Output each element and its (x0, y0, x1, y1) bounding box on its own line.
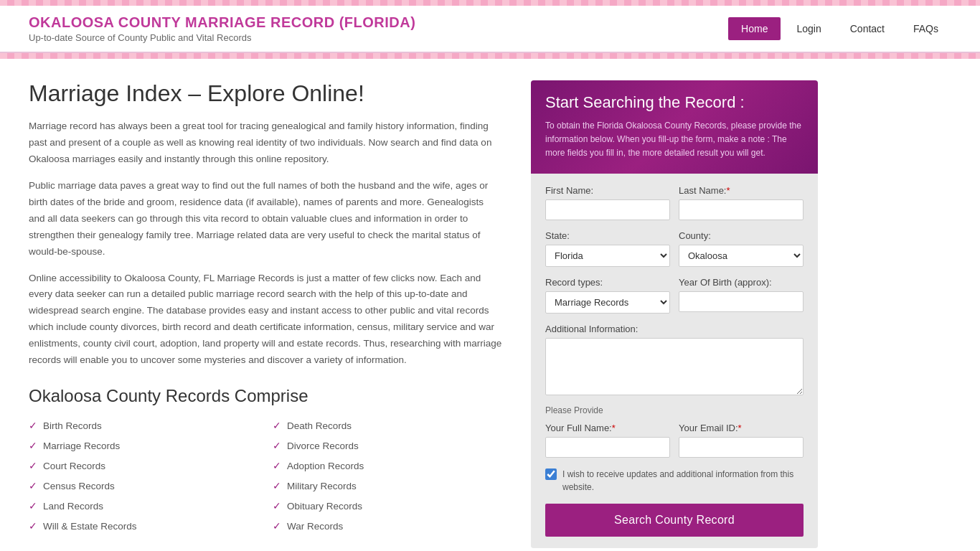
additional-info-label: Additional Information: (545, 324, 804, 334)
first-name-input[interactable] (545, 199, 670, 220)
record-label: Death Records (287, 420, 352, 431)
list-item: ✓ Land Records (29, 498, 258, 514)
list-item: ✓ Adoption Records (273, 458, 502, 474)
form-body: First Name: Last Name:* State: Florida A… (531, 174, 818, 548)
check-icon: ✓ (29, 440, 37, 451)
record-label: Military Records (287, 481, 357, 491)
check-icon: ✓ (273, 420, 281, 431)
record-label: Court Records (43, 461, 105, 471)
newsletter-row: I wish to receive updates and additional… (545, 468, 804, 494)
main-content: Marriage Index – Explore Online! Marriag… (0, 59, 980, 551)
record-type-label: Record types: (545, 277, 670, 288)
list-item: ✓ Divorce Records (273, 438, 502, 453)
nav-contact[interactable]: Contact (837, 17, 897, 40)
year-of-birth-label: Year Of Birth (approx): (679, 277, 804, 288)
newsletter-label: I wish to receive updates and additional… (562, 468, 804, 494)
email-group: Your Email ID:* (679, 423, 804, 458)
intro-paragraph-2: Public marriage data paves a great way t… (29, 178, 502, 260)
record-label: Land Records (43, 501, 103, 512)
state-group: State: Florida Alabama Georgia Texas (545, 230, 670, 267)
check-icon: ✓ (273, 500, 281, 512)
last-name-input[interactable] (679, 199, 804, 220)
record-label: Marriage Records (43, 441, 120, 451)
list-item: ✓ Census Records (29, 478, 258, 494)
record-label: War Records (287, 521, 343, 532)
state-label: State: (545, 230, 670, 241)
additional-info-group: Additional Information: (545, 324, 804, 395)
section-heading: Okaloosa County Records Comprise (29, 386, 502, 406)
user-info-row: Your Full Name:* Your Email ID:* (545, 423, 804, 458)
full-name-group: Your Full Name:* (545, 423, 670, 458)
intro-paragraph-1: Marriage record has always been a great … (29, 118, 502, 168)
header-bottom-border (0, 53, 980, 59)
record-label: Census Records (43, 481, 115, 491)
record-label: Will & Estate Records (43, 521, 137, 532)
please-provide-label: Please Provide (545, 405, 804, 415)
record-label: Obituary Records (287, 501, 362, 512)
county-label: County: (679, 230, 804, 241)
list-item: ✓ Military Records (273, 478, 502, 494)
nav-faqs[interactable]: FAQs (900, 17, 951, 40)
list-item: ✓ Court Records (29, 458, 258, 474)
check-icon: ✓ (29, 480, 37, 491)
nav-login[interactable]: Login (783, 17, 834, 40)
check-icon: ✓ (273, 460, 281, 471)
last-name-group: Last Name:* (679, 185, 804, 220)
year-of-birth-input[interactable] (679, 291, 804, 312)
record-year-row: Record types: Marriage Records Birth Rec… (545, 277, 804, 314)
site-title: OKALOOSA COUNTY MARRIAGE RECORD (FLORIDA… (29, 14, 415, 31)
records-grid: ✓ Birth Records ✓ Death Records ✓ Marria… (29, 418, 502, 534)
required-star: * (738, 423, 742, 433)
email-label: Your Email ID:* (679, 423, 804, 433)
form-header: Start Searching the Record : To obtain t… (531, 80, 818, 174)
top-border (0, 0, 980, 6)
check-icon: ✓ (273, 520, 281, 532)
check-icon: ✓ (273, 440, 281, 451)
list-item: ✓ Death Records (273, 418, 502, 433)
required-star: * (612, 423, 616, 433)
full-name-label: Your Full Name:* (545, 423, 670, 433)
county-select[interactable]: Okaloosa Broward Dade Orange (679, 245, 804, 267)
record-type-select[interactable]: Marriage Records Birth Records Death Rec… (545, 291, 670, 314)
required-star: * (726, 185, 730, 196)
email-input[interactable] (679, 437, 804, 458)
first-name-group: First Name: (545, 185, 670, 220)
last-name-label: Last Name:* (679, 185, 804, 196)
first-name-label: First Name: (545, 185, 670, 196)
record-type-group: Record types: Marriage Records Birth Rec… (545, 277, 670, 314)
check-icon: ✓ (29, 420, 37, 431)
intro-paragraph-3: Online accessibility to Okaloosa County,… (29, 270, 502, 369)
list-item: ✓ War Records (273, 518, 502, 534)
list-item: ✓ Birth Records (29, 418, 258, 433)
name-row: First Name: Last Name:* (545, 185, 804, 220)
main-nav: Home Login Contact FAQs (728, 17, 951, 40)
year-of-birth-group: Year Of Birth (approx): (679, 277, 804, 314)
form-header-desc: To obtain the Florida Okaloosa County Re… (545, 119, 804, 161)
county-group: County: Okaloosa Broward Dade Orange (679, 230, 804, 267)
list-item: ✓ Will & Estate Records (29, 518, 258, 534)
header-branding: OKALOOSA COUNTY MARRIAGE RECORD (FLORIDA… (29, 14, 415, 43)
form-header-title: Start Searching the Record : (545, 93, 804, 112)
list-item: ✓ Marriage Records (29, 438, 258, 453)
page-heading: Marriage Index – Explore Online! (29, 80, 502, 107)
site-header: OKALOOSA COUNTY MARRIAGE RECORD (FLORIDA… (0, 6, 980, 53)
record-label: Divorce Records (287, 441, 359, 451)
list-item: ✓ Obituary Records (273, 498, 502, 514)
search-county-record-button[interactable]: Search County Record (545, 504, 804, 537)
state-county-row: State: Florida Alabama Georgia Texas Cou… (545, 230, 804, 267)
left-panel: Marriage Index – Explore Online! Marriag… (29, 80, 531, 534)
record-label: Adoption Records (287, 461, 364, 471)
nav-home[interactable]: Home (728, 17, 781, 40)
full-name-input[interactable] (545, 437, 670, 458)
state-select[interactable]: Florida Alabama Georgia Texas (545, 245, 670, 267)
additional-info-row: Additional Information: (545, 324, 804, 395)
check-icon: ✓ (29, 460, 37, 471)
search-form-panel: Start Searching the Record : To obtain t… (531, 80, 818, 548)
site-subtitle: Up-to-date Source of County Public and V… (29, 32, 415, 43)
additional-info-textarea[interactable] (545, 338, 804, 395)
record-label: Birth Records (43, 420, 102, 431)
check-icon: ✓ (29, 500, 37, 512)
newsletter-checkbox[interactable] (545, 468, 557, 480)
check-icon: ✓ (29, 520, 37, 532)
check-icon: ✓ (273, 480, 281, 491)
